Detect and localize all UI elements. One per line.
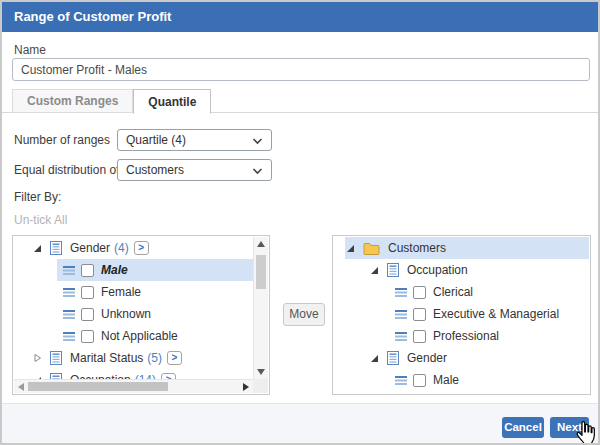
name-label: Name <box>14 43 46 57</box>
folder-icon <box>363 242 380 255</box>
number-of-ranges-value: Quartile (4) <box>126 133 186 147</box>
tree-node-gender[interactable]: Gender (4) > <box>14 237 253 259</box>
tree-node-not-applicable[interactable]: Not Applicable <box>57 325 253 347</box>
chevron-down-icon <box>252 168 263 175</box>
filter-tree-panel: Gender (4) > Male Female Unknown <box>12 235 270 395</box>
move-button[interactable]: Move <box>283 303 325 326</box>
scroll-down-icon[interactable] <box>257 369 265 375</box>
tree-node-clerical[interactable]: Clerical <box>395 281 589 303</box>
dialog-footer: Cancel Next <box>2 403 598 443</box>
tree-node-male-selected[interactable]: Male <box>395 369 589 391</box>
tree-node-label: Unknown <box>101 307 151 321</box>
tree-node-label: Clerical <box>433 285 473 299</box>
category-list-icon <box>387 351 399 365</box>
value-lines-icon <box>395 309 407 319</box>
female-checkbox[interactable] <box>81 286 94 299</box>
number-of-ranges-select[interactable]: Quartile (4) <box>117 129 272 151</box>
value-lines-icon <box>63 309 75 319</box>
tree-node-label: Gender <box>407 351 447 365</box>
equal-distribution-select[interactable]: Customers <box>117 159 272 181</box>
executive-managerial-checkbox[interactable] <box>413 308 426 321</box>
tree-node-male[interactable]: Male <box>57 259 253 281</box>
tree-node-label: Gender <box>70 241 110 255</box>
value-lines-icon <box>63 265 75 275</box>
tab-strip: Custom Ranges Quantile <box>12 89 211 113</box>
clerical-checkbox[interactable] <box>413 286 426 299</box>
horizontal-scrollbar[interactable] <box>14 379 253 393</box>
next-button[interactable]: Next <box>550 417 589 438</box>
filter-by-label: Filter By: <box>14 190 61 204</box>
category-list-icon <box>50 241 62 255</box>
cancel-button[interactable]: Cancel <box>502 417 544 438</box>
dialog-title: Range of Customer Profit <box>2 2 598 32</box>
tree-node-gender-selected[interactable]: Gender <box>369 347 589 369</box>
caret-collapsed-icon[interactable] <box>32 353 42 363</box>
tree-node-executive-managerial[interactable]: Executive & Managerial <box>395 303 589 325</box>
chevron-down-icon <box>252 138 263 145</box>
scroll-up-icon[interactable] <box>257 241 265 247</box>
not-applicable-checkbox[interactable] <box>81 330 94 343</box>
professional-checkbox[interactable] <box>413 330 426 343</box>
expand-values-button[interactable]: > <box>134 241 149 255</box>
name-input[interactable] <box>12 58 590 81</box>
tree-node-customers[interactable]: Customers <box>345 237 589 259</box>
tree-node-label: Female <box>101 285 141 299</box>
tree-node-occupation-selected[interactable]: Occupation <box>369 259 589 281</box>
category-list-icon <box>50 351 62 365</box>
number-of-ranges-label: Number of ranges <box>14 129 110 151</box>
value-lines-icon <box>395 287 407 297</box>
tree-node-label: Professional <box>433 329 499 343</box>
value-lines-icon <box>63 331 75 341</box>
caret-expanded-icon[interactable] <box>32 243 42 253</box>
caret-expanded-icon[interactable] <box>369 353 379 363</box>
tab-quantile[interactable]: Quantile <box>133 89 211 114</box>
scrollbar-thumb[interactable] <box>28 382 168 391</box>
value-lines-icon <box>63 287 75 297</box>
scrollbar-thumb[interactable] <box>256 255 266 289</box>
tree-node-label: Not Applicable <box>101 329 178 343</box>
equal-distribution-value: Customers <box>126 163 184 177</box>
caret-expanded-icon[interactable] <box>345 243 355 253</box>
tab-custom-ranges[interactable]: Custom Ranges <box>12 89 133 113</box>
tree-node-label: Occupation <box>407 263 468 277</box>
selected-filters-panel: Customers Occupation Clerical Executive … <box>332 235 591 395</box>
tree-node-professional[interactable]: Professional <box>395 325 589 347</box>
vertical-scrollbar[interactable] <box>253 237 268 379</box>
male-selected-checkbox[interactable] <box>413 374 426 387</box>
tree-node-female[interactable]: Female <box>57 281 253 303</box>
male-checkbox[interactable] <box>81 264 94 277</box>
tree-node-label: Male <box>433 373 459 387</box>
tree-node-label: Male <box>101 263 128 277</box>
tree-node-unknown[interactable]: Unknown <box>57 303 253 325</box>
scroll-left-icon[interactable] <box>18 383 24 391</box>
expand-values-button[interactable]: > <box>167 351 182 365</box>
category-list-icon <box>387 263 399 277</box>
tree-node-marital-status[interactable]: Marital Status (5) > <box>14 347 253 369</box>
value-lines-icon <box>395 331 407 341</box>
equal-distribution-label: Equal distribution of <box>14 159 119 181</box>
tree-node-label: Customers <box>388 241 446 255</box>
scrollbar-corner <box>253 379 268 393</box>
node-count: (5) <box>147 351 162 365</box>
range-dialog: Range of Customer Profit Name Custom Ran… <box>0 0 600 445</box>
untick-all-link[interactable]: Un-tick All <box>14 213 67 227</box>
node-count: (4) <box>114 241 129 255</box>
value-lines-icon <box>395 375 407 385</box>
scroll-right-icon[interactable] <box>243 383 249 391</box>
tree-node-label: Marital Status <box>70 351 143 365</box>
caret-expanded-icon[interactable] <box>369 265 379 275</box>
tree-node-label: Executive & Managerial <box>433 307 559 321</box>
unknown-checkbox[interactable] <box>81 308 94 321</box>
